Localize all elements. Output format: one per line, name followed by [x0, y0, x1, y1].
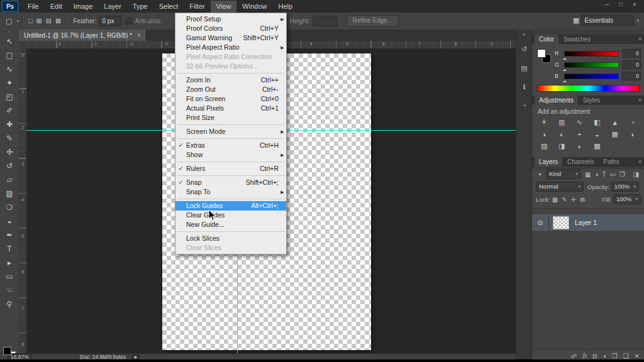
fill-field[interactable]: 100% ▾ [613, 194, 641, 204]
view-menu-item[interactable]: ✓ Zoom In Ctrl++ ▶ [175, 75, 286, 85]
brightness-contrast-adjustment-icon[interactable]: ☀ [536, 117, 552, 128]
view-menu-item[interactable]: ✓ Show ▶ [175, 150, 286, 160]
healing-brush-tool[interactable]: ✚ [0, 118, 19, 131]
document-tab[interactable]: Untitled-1 @ 16.7% (Layer 1, RGB/8) * × [19, 30, 147, 41]
opacity-field[interactable]: 100% ▾ [611, 182, 639, 192]
menubar-item[interactable]: Type [127, 1, 153, 13]
crop-tool[interactable]: ◰ [0, 90, 19, 104]
lock-pixels-icon[interactable]: ✎ [560, 196, 569, 203]
expand-panels-icon[interactable]: « [516, 30, 532, 40]
refine-edge-button[interactable]: Refine Edge... [347, 15, 399, 27]
pen-tool[interactable]: ✒ [0, 228, 19, 242]
lock-transparency-icon[interactable]: ▦ [550, 196, 560, 203]
workspace-grid-icon[interactable]: ▦ [571, 16, 581, 25]
menubar-item[interactable]: Help [272, 1, 298, 13]
filter-shape-layers-icon[interactable]: ▭ [608, 171, 618, 178]
panel-menu-icon[interactable]: ≡ [638, 36, 641, 42]
vibrance-adjustment-icon[interactable]: ▲ [607, 117, 623, 128]
menubar-item[interactable]: View [211, 1, 237, 13]
panel-tab[interactable]: Adjustments [535, 96, 578, 105]
new-adjustment-layer-icon[interactable]: ◑ [602, 353, 606, 359]
color-spectrum-bar[interactable] [537, 85, 640, 92]
selective-color-adjustment-icon[interactable]: ◗ [571, 141, 587, 151]
dodge-tool[interactable]: ◒ [0, 214, 19, 228]
view-menu-item[interactable]: ✓ Extras Ctrl+H ▶ [175, 141, 286, 150]
filter-type-layers-icon[interactable]: T [600, 171, 608, 178]
panel-tab[interactable]: Swatches [559, 35, 595, 44]
layer-visibility-eye-icon[interactable]: ⊙ [532, 214, 549, 231]
color-balance-adjustment-icon[interactable]: ◑ [536, 129, 552, 140]
foreground-color-swatch[interactable] [3, 347, 11, 355]
view-menu-item[interactable]: ✓ Clear Guides ▶ [175, 211, 286, 220]
channel-slider-track[interactable] [564, 62, 619, 68]
photo-filter-adjustment-icon[interactable]: ◓ [571, 129, 587, 140]
close-button[interactable]: × [628, 1, 641, 9]
new-group-icon[interactable]: ❐ [612, 353, 618, 359]
menubar-item[interactable]: Window [236, 1, 272, 13]
anti-alias-checkbox[interactable] [125, 18, 132, 25]
view-menu-item[interactable]: ✓ Lock Slices ▶ [175, 234, 286, 243]
view-menu-item[interactable]: ✓ Lock Guides Alt+Ctrl+; ▶ [175, 201, 286, 211]
view-menu-item[interactable]: ✓ Fit on Screen Ctrl+0 ▶ [175, 94, 286, 104]
posterize-adjustment-icon[interactable]: ▨ [536, 141, 552, 151]
menubar-item[interactable]: Layer [98, 1, 127, 13]
intersect-selection-icon[interactable]: ⊠ [53, 17, 63, 25]
brush-tool[interactable]: ✎ [0, 131, 19, 145]
layer-thumbnail[interactable] [553, 216, 569, 229]
quick-selection-tool[interactable]: ✦ [0, 76, 19, 90]
invert-adjustment-icon[interactable]: ◖ [625, 129, 641, 140]
move-tool[interactable]: ↖ [0, 35, 19, 48]
feather-input[interactable]: 0 px [99, 16, 121, 26]
filter-toggle-icon[interactable]: ◨ [631, 171, 641, 178]
filter-pixel-layers-icon[interactable]: ▦ [583, 171, 592, 178]
channel-value-field[interactable]: 0 [622, 72, 641, 80]
menubar-item[interactable]: Edit [45, 1, 68, 13]
view-menu-item[interactable]: ✓ Snap Shift+Ctrl+; ▶ [175, 178, 286, 187]
blend-mode-dropdown[interactable]: Normal ▾ [536, 182, 584, 192]
menubar-item[interactable]: File [22, 1, 45, 13]
view-menu-item[interactable]: ✓ Proof Colors Ctrl+Y ▶ [175, 24, 286, 33]
add-layer-mask-icon[interactable]: ◘ [593, 353, 597, 359]
view-menu-item[interactable]: ✓ Gamut Warning Shift+Ctrl+Y ▶ [175, 33, 286, 43]
Layer 1[interactable]: ⊙ Layer 1 [532, 214, 644, 231]
panel-tab[interactable]: Paths [599, 157, 624, 167]
menubar-item[interactable]: Image [68, 1, 99, 13]
properties-panel-icon[interactable]: ▤ [516, 58, 532, 77]
view-menu-item[interactable]: ✓ Rulers Ctrl+R ▶ [175, 164, 286, 173]
levels-adjustment-icon[interactable]: ▥ [553, 117, 570, 128]
menubar-item[interactable]: Select [153, 1, 184, 13]
view-menu-item[interactable]: ✓ Pixel Aspect Ratio ▶ [175, 43, 286, 52]
threshold-adjustment-icon[interactable]: ◨ [553, 141, 570, 151]
panel-tab[interactable]: Channels [563, 157, 598, 167]
panel-menu-icon[interactable]: ≡ [638, 158, 641, 165]
kind-dropdown[interactable]: Kind ▾ [546, 169, 581, 179]
filter-smart-objects-icon[interactable]: ❒ [618, 171, 627, 178]
foreground-color-swatch[interactable] [537, 49, 546, 58]
maximize-button[interactable]: □ [614, 1, 628, 9]
curves-adjustment-icon[interactable]: ∿ [571, 117, 587, 128]
subtract-from-selection-icon[interactable]: ⊟ [44, 17, 53, 25]
link-layers-icon[interactable]: ☍ [571, 353, 577, 359]
info-panel-icon[interactable]: ℹ [516, 77, 532, 96]
history-brush-tool[interactable]: ↺ [0, 159, 19, 173]
zoom-tool[interactable]: ⚲ [0, 297, 19, 311]
marquee-tool-preset-icon[interactable]: ▢ [4, 17, 14, 25]
channel-mixer-adjustment-icon[interactable]: ◒ [589, 129, 605, 140]
color-lookup-adjustment-icon[interactable]: ▦ [607, 129, 623, 140]
gradient-tool[interactable]: ▧ [0, 187, 19, 200]
new-layer-icon[interactable]: ❏ [623, 353, 629, 359]
black-white-adjustment-icon[interactable]: ◐ [553, 129, 570, 140]
type-tool[interactable]: T [0, 242, 19, 256]
eyedropper-tool[interactable]: ✐ [0, 104, 19, 118]
lock-all-icon[interactable]: ⋒ [578, 196, 587, 203]
panel-menu-icon[interactable]: ≡ [638, 97, 641, 103]
timeline-panel-icon[interactable]: ◔ [516, 96, 532, 115]
exposure-adjustment-icon[interactable]: ◧ [589, 117, 605, 128]
view-menu-item[interactable]: ✓ Snap To ▶ [175, 187, 286, 197]
document-close-icon[interactable]: × [137, 32, 141, 39]
filter-adjustment-layers-icon[interactable]: ◑ [592, 171, 600, 178]
channel-slider-track[interactable] [564, 74, 619, 79]
gradient-map-adjustment-icon[interactable]: ▩ [589, 141, 605, 151]
add-to-selection-icon[interactable]: ⊞ [35, 17, 44, 25]
view-menu-item[interactable]: ✓ Zoom Out Ctrl+- ▶ [175, 85, 286, 94]
